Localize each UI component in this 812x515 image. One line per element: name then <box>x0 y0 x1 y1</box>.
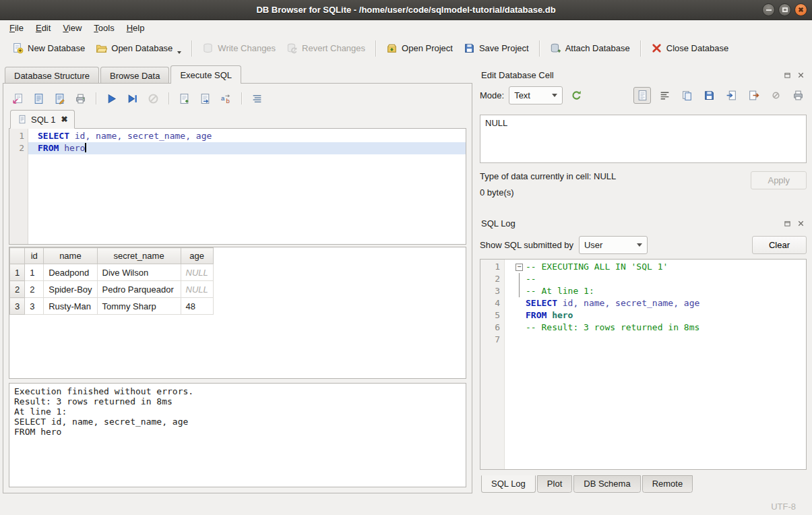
column-header-secret-name[interactable]: secret_name <box>97 248 181 264</box>
table-cell[interactable]: Pedro Parqueador <box>97 281 181 298</box>
sql-log-view[interactable]: 1234567 -- EXECUTING ALL IN 'SQL 1'---- … <box>480 259 807 470</box>
copy-button[interactable] <box>678 87 695 104</box>
menu-help[interactable]: Help <box>121 21 151 35</box>
dock-tab-db-schema[interactable]: DB Schema <box>573 475 640 493</box>
sql-editor[interactable]: 12 SELECT id, name, secret_name, ageFROM… <box>9 129 466 245</box>
table-cell[interactable]: NULL <box>181 264 213 281</box>
table-cell[interactable]: 48 <box>181 298 213 315</box>
write-changes-button[interactable]: Write Changes <box>197 38 281 58</box>
mode-select[interactable]: Text <box>509 86 563 104</box>
window-controls: ✖ <box>762 3 807 16</box>
toolbar-label: Write Changes <box>218 43 276 53</box>
column-header-id[interactable]: id <box>25 248 44 264</box>
maximize-button-icon[interactable] <box>778 3 791 16</box>
cell-editor[interactable]: NULL <box>480 115 807 163</box>
table-cell[interactable]: Dive Wilson <box>97 264 181 281</box>
table-cell[interactable]: Deadpond <box>44 264 97 281</box>
toolbar-separator <box>168 92 169 104</box>
text-cursor <box>85 143 86 152</box>
table-cell[interactable]: Spider-Boy <box>44 281 97 298</box>
find-replace-button[interactable]: ab <box>217 90 235 107</box>
import-cell-button[interactable] <box>722 87 740 104</box>
minimize-button-icon[interactable] <box>762 3 775 16</box>
results-table: idnamesecret_nameage11DeadpondDive Wilso… <box>9 247 214 315</box>
open-project-button[interactable]: Open Project <box>381 38 458 58</box>
new-tab-icon <box>179 93 190 104</box>
execution-message: Execution finished without errors.Result… <box>9 383 466 487</box>
new-tab-button[interactable] <box>175 90 193 107</box>
open-tab-button[interactable] <box>196 90 214 107</box>
message-line: Execution finished without errors. <box>14 386 461 396</box>
row-header[interactable]: 2 <box>10 281 25 298</box>
menu-edit[interactable]: Edit <box>30 21 57 35</box>
table-cell[interactable]: 3 <box>25 298 44 315</box>
code-line: FROM hero <box>28 142 466 154</box>
stop-icon <box>148 93 159 104</box>
format-sql-icon <box>251 93 263 104</box>
tab-database-structure[interactable]: Database Structure <box>5 67 99 84</box>
print-cell-button[interactable] <box>789 87 807 104</box>
table-cell[interactable]: NULL <box>181 281 213 298</box>
message-line: Result: 3 rows returned in 8ms <box>14 396 461 406</box>
dock-tab-plot[interactable]: Plot <box>537 475 572 493</box>
editor-code[interactable]: SELECT id, name, secret_name, ageFROM he… <box>28 129 466 244</box>
column-header-age[interactable]: age <box>181 248 213 264</box>
print-cell-icon <box>792 90 804 101</box>
table-cell[interactable]: 1 <box>25 264 44 281</box>
dock-tab-remote[interactable]: Remote <box>642 475 693 493</box>
print-sql-button[interactable] <box>71 90 90 107</box>
toolbar-separator <box>640 40 641 57</box>
open-database-button[interactable]: Open Database <box>90 38 187 58</box>
close-database-button[interactable]: Close Database <box>646 38 735 58</box>
menu-tools[interactable]: Tools <box>88 21 120 35</box>
revert-changes-button[interactable]: Revert Changes <box>281 38 371 58</box>
line-number: 2 <box>9 142 24 154</box>
sql-tab-bar: SQL 1 ✖ <box>9 109 466 129</box>
close-tab-icon[interactable]: ✖ <box>61 115 67 124</box>
execute-all-button[interactable] <box>102 90 121 107</box>
dock-tab-sql-log[interactable]: SQL Log <box>481 475 536 493</box>
main-area: Database StructureBrowse DataExecute SQL… <box>0 61 812 497</box>
column-header-name[interactable]: name <box>44 248 97 264</box>
new-database-button[interactable]: New Database <box>7 38 90 58</box>
clear-button[interactable]: Clear <box>752 236 807 254</box>
tab-execute-sql[interactable]: Execute SQL <box>170 65 241 84</box>
menu-file[interactable]: File <box>3 21 30 35</box>
line-number: 5 <box>480 309 500 322</box>
line-number: 7 <box>480 334 500 346</box>
toolbar-separator <box>539 40 540 57</box>
export-cell-button[interactable] <box>745 87 762 104</box>
word-wrap-button[interactable] <box>656 87 673 104</box>
auto-format-button[interactable] <box>567 87 585 104</box>
tab-browse-data[interactable]: Browse Data <box>100 67 169 84</box>
table-cell[interactable]: 2 <box>25 281 44 298</box>
set-null-button[interactable] <box>767 87 784 104</box>
sql-tab[interactable]: SQL 1 ✖ <box>10 110 75 129</box>
row-header[interactable]: 3 <box>10 298 25 315</box>
log-filter-select[interactable]: User <box>579 236 648 254</box>
open-sql-file-button[interactable] <box>9 90 27 107</box>
save-small-button[interactable] <box>700 87 718 104</box>
close-panel-icon[interactable] <box>797 219 805 228</box>
format-sql-button[interactable] <box>248 90 266 107</box>
close-window-icon[interactable]: ✖ <box>794 3 807 16</box>
execute-line-button[interactable] <box>123 90 142 107</box>
fold-marker[interactable] <box>514 261 526 273</box>
save-sql-as-button[interactable] <box>51 90 69 107</box>
table-cell[interactable]: Rusty-Man <box>44 298 97 315</box>
dropdown-arrow-icon[interactable] <box>177 51 181 54</box>
float-panel-icon[interactable] <box>783 219 792 228</box>
row-header[interactable]: 1 <box>10 264 25 281</box>
attach-database-button[interactable]: Attach Database <box>544 38 635 58</box>
stop-button[interactable] <box>144 90 162 107</box>
menu-view[interactable]: View <box>57 21 88 35</box>
close-panel-icon[interactable] <box>797 71 805 80</box>
table-cell[interactable]: Tommy Sharp <box>97 298 181 315</box>
message-line: At line 1: <box>14 406 461 417</box>
apply-button[interactable]: Apply <box>751 171 807 189</box>
title-bar[interactable]: DB Browser for SQLite - /home/user/code/… <box>0 0 812 20</box>
text-document-button[interactable] <box>633 87 651 104</box>
save-sql-file-button[interactable] <box>30 90 48 107</box>
save-project-button[interactable]: Save Project <box>458 38 534 58</box>
float-panel-icon[interactable] <box>783 71 792 80</box>
